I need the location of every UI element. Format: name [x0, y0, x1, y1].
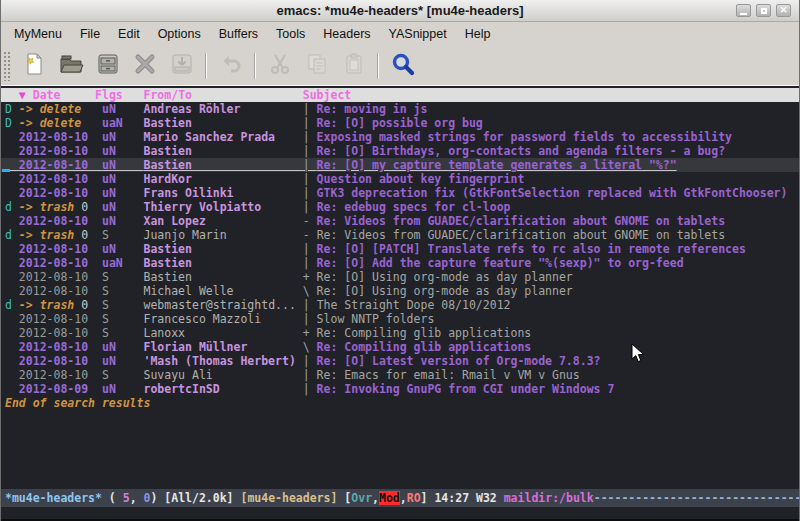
message-row[interactable]: D -> delete uaN Bastien | Re: [O] possib…: [1, 116, 799, 130]
buffer-empty-space: [1, 410, 799, 489]
close-icon: ✕: [780, 6, 788, 15]
message-row[interactable]: D -> delete uN Andreas Röhler | Re: movi…: [1, 102, 799, 116]
titlebar[interactable]: emacs: *mu4e-headers* [mu4e-headers] ✕: [1, 0, 799, 22]
echo-area[interactable]: [1, 507, 799, 519]
modeline-segment: ,: [400, 491, 407, 505]
window-title: emacs: *mu4e-headers* [mu4e-headers]: [1, 3, 799, 18]
sort-direction-icon: ▼: [19, 88, 26, 102]
menu-bar: MyMenuFileEditOptionsBuffersToolsHeaders…: [1, 22, 799, 46]
emacs-window: emacs: *mu4e-headers* [mu4e-headers] ✕ M…: [0, 0, 800, 521]
modeline-segment: RO: [407, 491, 421, 505]
message-row[interactable]: 2012-08-10 S Michael Welle \ Re: [O] Usi…: [1, 284, 799, 298]
menu-item-edit[interactable]: Edit: [109, 24, 149, 44]
message-row[interactable]: 2012-08-10 uN Bastien | Re: [O] [PATCH] …: [1, 242, 799, 256]
message-row[interactable]: 2012-08-10 uN HardKor | Question about k…: [1, 172, 799, 186]
cut-icon: [267, 51, 293, 81]
message-row[interactable]: d -> trash 0 uN Thierry Volpiatto | Re: …: [1, 200, 799, 214]
toolbar-close-x-button[interactable]: [126, 49, 163, 83]
toolbar: [1, 46, 799, 86]
column-header-date: Date: [33, 88, 95, 102]
modeline-segment: (: [102, 491, 123, 505]
toolbar-save-drawer-button[interactable]: [89, 49, 126, 83]
modeline-segment: ------------------------------: [594, 491, 799, 505]
modeline-segment: ,: [130, 491, 144, 505]
window-controls: ✕: [736, 4, 791, 17]
message-row[interactable]: 2012-08-10 uN Xan Lopez - Re: Videos fro…: [1, 214, 799, 228]
message-row[interactable]: 2012-08-10 uN Mario Sanchez Prada | Expo…: [1, 130, 799, 144]
toolbar-separator: [254, 53, 256, 79]
menu-item-headers[interactable]: Headers: [314, 24, 379, 44]
modeline-segment: 5: [123, 491, 130, 505]
open-folder-icon: [58, 51, 84, 81]
message-row[interactable]: 2012-08-10 uN 'Mash (Thomas Herbert) | R…: [1, 354, 799, 368]
undo-icon: [218, 51, 244, 81]
message-row[interactable]: 2012-08-10 S Suvayu Ali | Re: Emacs for …: [1, 368, 799, 382]
menu-item-options[interactable]: Options: [149, 24, 210, 44]
modeline-segment: ): [150, 491, 164, 505]
close-button[interactable]: ✕: [776, 4, 791, 17]
minimize-icon: [740, 13, 747, 15]
end-of-search-results: End of search results: [1, 396, 799, 410]
toolbar-search-button[interactable]: [384, 49, 421, 83]
message-row[interactable]: 2012-08-10 uN Bastien | Re: [O] my captu…: [1, 158, 799, 172]
mode-line: *mu4e-headers* ( 5, 0) [All/2.0k] [mu4e-…: [1, 489, 799, 507]
toolbar-open-folder-button[interactable]: [52, 49, 89, 83]
message-row[interactable]: 2012-08-10 S Lanoxx + Re: Compiling glib…: [1, 326, 799, 340]
toolbar-paste-button: [335, 49, 372, 83]
message-row[interactable]: 2012-08-10 S Francesco Mazzoli | Slow NN…: [1, 312, 799, 326]
toolbar-save-as-button: [163, 49, 200, 83]
modeline-segment: *mu4e-headers*: [5, 491, 102, 505]
column-header-from-to: From/To: [144, 88, 303, 102]
paste-icon: [341, 51, 367, 81]
modeline-segment: [mu4e-headers]: [240, 491, 344, 505]
search-icon: [390, 51, 416, 81]
message-row[interactable]: 2012-08-10 S Bastien + Re: [O] Using org…: [1, 270, 799, 284]
new-file-icon: [21, 51, 47, 81]
menu-item-tools[interactable]: Tools: [267, 24, 314, 44]
toolbar-undo-button: [212, 49, 249, 83]
message-row[interactable]: 2012-08-10 uN Bastien | Re: [O] Birthday…: [1, 144, 799, 158]
modeline-segment: Mod: [379, 491, 400, 505]
toolbar-cut-button: [261, 49, 298, 83]
save-drawer-icon: [95, 51, 121, 81]
message-list: D -> delete uN Andreas Röhler | Re: movi…: [1, 102, 799, 396]
menu-item-buffers[interactable]: Buffers: [210, 24, 267, 44]
copy-icon: [304, 51, 330, 81]
toolbar-separator: [205, 53, 207, 79]
minimize-button[interactable]: [736, 4, 751, 17]
save-as-icon: [169, 51, 195, 81]
message-row[interactable]: 2012-08-10 uaN Bastien | Re: [O] Add the…: [1, 256, 799, 270]
modeline-segment: [All/2.0k]: [164, 491, 240, 505]
maximize-button[interactable]: [756, 4, 771, 17]
message-row[interactable]: d -> trash 0 S webmaster@straightd... | …: [1, 298, 799, 312]
toolbar-separator: [377, 53, 379, 79]
column-header-flgs: Flgs: [95, 88, 143, 102]
message-row[interactable]: d -> trash 0 S Juanjo Marin - Re: Videos…: [1, 228, 799, 242]
modeline-segment: ]: [421, 491, 435, 505]
maximize-icon: [761, 8, 767, 14]
menu-item-mymenu[interactable]: MyMenu: [5, 24, 71, 44]
modeline-segment: 14:27 W32: [434, 491, 503, 505]
close-x-icon: [132, 51, 158, 81]
modeline-segment: Ovr: [351, 491, 372, 505]
toolbar-copy-button: [298, 49, 335, 83]
modeline-segment: maildir:/bulk: [504, 491, 594, 505]
column-header-subject: Subject: [303, 88, 351, 102]
modeline-segment: ,: [372, 491, 379, 505]
message-row[interactable]: 2012-08-10 uN Frans Oilinki | GTK3 depre…: [1, 186, 799, 200]
toolbar-new-file-button[interactable]: [15, 49, 52, 83]
menu-item-yasnippet[interactable]: YASnippet: [380, 24, 456, 44]
mu4e-headers-buffer[interactable]: ▼ Date Flgs From/To Subject D -> delete …: [1, 86, 799, 519]
message-row[interactable]: 2012-08-10 uN Florian Müllner \ Re: Comp…: [1, 340, 799, 354]
headers-header-line[interactable]: ▼ Date Flgs From/To Subject: [1, 88, 799, 102]
menu-item-help[interactable]: Help: [456, 24, 500, 44]
toolbar-drag-handle[interactable]: [3, 51, 10, 81]
message-row[interactable]: 2012-08-09 uN robertcInSD | Re: Invoking…: [1, 382, 799, 396]
menu-item-file[interactable]: File: [71, 24, 109, 44]
